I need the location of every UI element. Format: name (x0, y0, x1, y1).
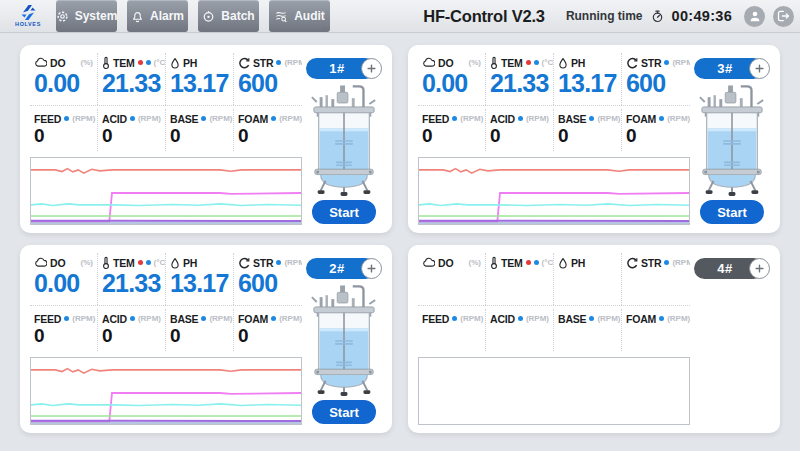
tab-audit[interactable]: Audit (269, 0, 330, 32)
metric-ph: PH13.17 (166, 53, 234, 105)
metric-do: DO(%)0.00 (30, 253, 98, 305)
metric-label: BASE (558, 113, 586, 125)
metric-label: BASE (170, 113, 198, 125)
status-dot (201, 316, 206, 321)
metric-unit: (RPM) (72, 314, 95, 323)
metric-foam: FOAM(RPM) (622, 309, 690, 351)
tab-system[interactable]: System (56, 0, 117, 32)
metric-value: 13.17 (558, 69, 617, 98)
tab-batch[interactable]: Batch (198, 0, 259, 32)
trend-line-cyan (419, 204, 689, 206)
brand-name: HOLVES (15, 22, 41, 28)
metric-unit: (°C) (154, 258, 166, 267)
status-dot (276, 60, 281, 65)
metric-foam: FOAM(RPM)0 (234, 309, 302, 351)
start-button[interactable]: Start (700, 200, 764, 224)
plus-icon (366, 63, 377, 74)
metric-value: 0 (626, 125, 686, 147)
metric-value: 13.17 (170, 69, 229, 98)
metric-value: 0 (170, 325, 229, 347)
reactor-vessel-image (307, 80, 381, 200)
status-dot (146, 260, 151, 265)
reactor-badge: 1# (306, 58, 382, 79)
metric-value: 600 (238, 269, 298, 298)
metric-unit: (RPM) (460, 314, 483, 323)
metric-unit: (RPM) (209, 114, 232, 123)
primary-metrics-row: DO(%)TEM(°C)PHSTR(RPM) (418, 253, 690, 306)
metric-label: TEM (113, 57, 135, 69)
metric-value: 13.17 (170, 269, 229, 298)
metric-value: 0 (490, 125, 549, 147)
metric-feed: FEED(RPM)0 (30, 309, 98, 351)
trend-chart (30, 357, 302, 425)
status-dot (589, 116, 594, 121)
trend-line-red (31, 169, 301, 174)
metric-acid: ACID(RPM) (486, 309, 554, 351)
metric-base: BASE(RPM)0 (166, 109, 234, 151)
tab-label: System (75, 9, 118, 23)
add-button[interactable] (361, 58, 382, 79)
metric-value: 0 (238, 325, 298, 347)
metric-value: 0 (102, 125, 161, 147)
status-dot (659, 316, 664, 321)
reactor-vessel-image (307, 280, 381, 400)
metric-feed: FEED(RPM)0 (418, 109, 486, 151)
metric-unit: (°C) (542, 58, 554, 67)
metric-str: STR(RPM) (622, 253, 690, 305)
metric-label: ACID (102, 313, 127, 325)
reactor-vessel-image (695, 80, 769, 200)
trend-line-red (419, 169, 689, 174)
start-button[interactable]: Start (312, 400, 376, 424)
status-dot (64, 116, 69, 121)
reactor-panel-2: DO(%)0.00TEM(°C)21.33PH13.17STR(RPM)600 … (20, 245, 392, 433)
plus-icon (366, 263, 377, 274)
metric-base: BASE(RPM) (554, 309, 622, 351)
primary-metrics-row: DO(%)0.00TEM(°C)21.33PH13.17STR(RPM)600 (418, 53, 690, 106)
trend-chart (418, 157, 690, 225)
reactor-panel-4: DO(%)TEM(°C)PHSTR(RPM) FEED(RPM)ACID(RPM… (408, 245, 780, 433)
tab-label: Alarm (150, 9, 184, 23)
metric-unit: (RPM) (672, 58, 690, 67)
tab-alarm[interactable]: Alarm (127, 0, 188, 32)
metric-unit: (RPM) (138, 114, 161, 123)
trend-chart (418, 357, 690, 425)
metric-value: 0 (34, 125, 93, 147)
status-dot (534, 60, 539, 65)
status-dot (664, 260, 669, 265)
logout-button[interactable] (773, 6, 794, 27)
metric-label: STR (253, 257, 273, 269)
metric-unit: (°C) (154, 58, 166, 67)
running-time-value: 00:49:36 (672, 8, 732, 24)
status-dot (452, 316, 457, 321)
metric-label: ACID (490, 113, 515, 125)
stir-icon (238, 57, 250, 69)
metric-label: STR (253, 57, 273, 69)
status-dot (664, 60, 669, 65)
status-dot (271, 116, 276, 121)
trend-line-magenta (419, 193, 689, 222)
add-button[interactable] (361, 258, 382, 279)
add-button[interactable] (749, 258, 770, 279)
metric-value: 0.00 (34, 269, 93, 298)
metric-unit: (RPM) (72, 114, 95, 123)
metric-acid: ACID(RPM)0 (98, 109, 166, 151)
metric-label: TEM (501, 257, 523, 269)
status-dot (130, 316, 135, 321)
metric-label: PH (183, 57, 197, 69)
metric-unit: (RPM) (526, 114, 549, 123)
metric-label: FEED (34, 313, 61, 325)
user-button[interactable] (744, 6, 765, 27)
status-dot (589, 316, 594, 321)
metric-label: DO (438, 57, 453, 69)
add-button[interactable] (749, 58, 770, 79)
drop-icon (558, 57, 568, 69)
reactor-panel-3: DO(%)0.00TEM(°C)21.33PH13.17STR(RPM)600 … (408, 45, 780, 233)
start-button[interactable]: Start (312, 200, 376, 224)
metric-label: PH (571, 57, 585, 69)
metric-unit: (RPM) (672, 258, 690, 267)
status-dot (659, 116, 664, 121)
running-time-label: Running time (566, 9, 643, 23)
metric-unit: (RPM) (597, 114, 620, 123)
metric-unit: (RPM) (209, 314, 232, 323)
drop-icon (558, 257, 568, 269)
